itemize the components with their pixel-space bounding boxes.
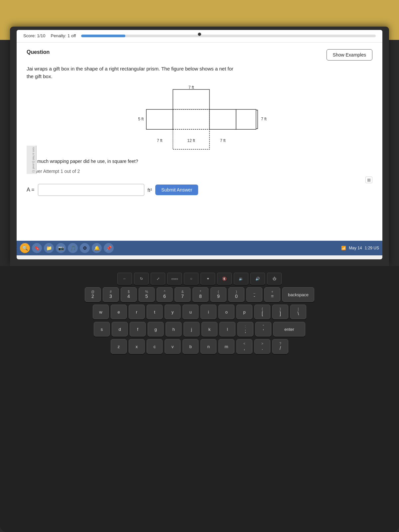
taskbar-icon-2[interactable]: 📁 <box>44 243 54 253</box>
key-w[interactable]: w <box>93 305 109 319</box>
show-examples-button[interactable]: Show Examples <box>327 49 372 61</box>
taskbar-date: May 14 <box>349 246 362 250</box>
asdf-row: s d f g h j k l :; "' enter <box>13 322 386 336</box>
key-9[interactable]: (9 <box>210 287 226 302</box>
taskbar-app-icon[interactable]: 🔍 <box>20 243 30 253</box>
webcam <box>198 33 201 36</box>
key-l[interactable]: l <box>219 322 235 336</box>
key-brightness-up[interactable]: ✦ <box>200 273 215 285</box>
taskbar-icon-5[interactable]: ⚙ <box>80 243 90 253</box>
key-u[interactable]: u <box>183 305 199 319</box>
main-content: rom a Net (Level 1) Question Show Exampl… <box>17 43 382 255</box>
svg-text:7 ft: 7 ft <box>220 138 226 143</box>
key-mute[interactable]: 🔇 <box>217 273 232 285</box>
taskbar-icon-7[interactable]: 📌 <box>104 243 114 253</box>
svg-rect-3 <box>209 109 236 129</box>
score-label: Score: 1/10 <box>23 33 46 38</box>
keyboard-section: ← ↻ ⤢ ▭▭ ○ ✦ 🔇 🔉 🔊 ⏻ @2 #3 $4 %5 ^6 &7 *… <box>0 266 399 532</box>
qwerty-row: w e r t y u i o p {[ }] |\ <box>13 305 386 319</box>
key-comma[interactable]: <, <box>236 339 252 354</box>
taskbar-icon-1[interactable]: 🔖 <box>32 243 42 253</box>
key-h[interactable]: h <box>166 322 182 336</box>
key-y[interactable]: y <box>165 305 181 319</box>
key-bracket-open[interactable]: {[ <box>254 305 270 319</box>
net-diagram: 7 ft 5 ft 7 ft 12 ft 7 ft 7 ft <box>27 86 372 153</box>
key-equals[interactable]: += <box>264 287 280 302</box>
number-key-row: @2 #3 $4 %5 ^6 &7 *8 (9 )0 _- += backspa… <box>13 287 386 302</box>
key-6[interactable]: ^6 <box>157 287 173 302</box>
key-fullscreen[interactable]: ⤢ <box>151 273 165 285</box>
key-period[interactable]: >. <box>254 339 270 354</box>
zxcv-row: z x c v b n m <, >. ?/ <box>13 339 386 354</box>
key-m[interactable]: m <box>218 339 234 354</box>
answer-section: Answer Attempt 1 out of 2 ▦ A = ft² Subm… <box>27 169 372 196</box>
question-label: Question <box>27 49 50 55</box>
key-2[interactable]: @2 <box>85 287 101 302</box>
calculator-icon[interactable]: ▦ <box>365 177 372 183</box>
question-line2: the gift box. <box>27 73 53 79</box>
key-8[interactable]: *8 <box>193 287 208 302</box>
key-n[interactable]: n <box>200 339 216 354</box>
key-back[interactable]: ← <box>117 273 132 285</box>
key-j[interactable]: j <box>184 322 200 336</box>
key-quote[interactable]: "' <box>255 322 271 336</box>
key-7[interactable]: &7 <box>175 287 191 302</box>
key-o[interactable]: o <box>218 305 234 319</box>
key-backslash[interactable]: |\ <box>290 305 306 319</box>
key-slash[interactable]: ?/ <box>272 339 288 354</box>
taskbar-icon-3[interactable]: 📷 <box>56 243 66 253</box>
key-s[interactable]: s <box>94 322 110 336</box>
key-r[interactable]: r <box>129 305 145 319</box>
key-enter[interactable]: enter <box>273 322 305 336</box>
sub-question: How much wrapping paper did he use, in s… <box>27 159 372 164</box>
question-text: Jai wraps a gift box in the shape of a r… <box>27 65 372 80</box>
keyboard-area: ← ↻ ⤢ ▭▭ ○ ✦ 🔇 🔉 🔊 ⏻ @2 #3 $4 %5 ^6 &7 *… <box>0 266 399 363</box>
key-brightness-down[interactable]: ○ <box>184 273 199 285</box>
svg-text:7 ft: 7 ft <box>189 85 194 90</box>
key-semicolon[interactable]: :; <box>237 322 253 336</box>
taskbar-icon-6[interactable]: 🔔 <box>92 243 102 253</box>
answer-row: A = ft² Submit Answer <box>27 184 372 196</box>
key-vol-down[interactable]: 🔉 <box>234 273 248 285</box>
key-5[interactable]: %5 <box>139 287 155 302</box>
svg-rect-4 <box>236 109 256 129</box>
key-minus[interactable]: _- <box>246 287 262 302</box>
answer-input[interactable] <box>38 184 144 196</box>
key-4[interactable]: $4 <box>121 287 137 302</box>
screen-bezel: Score: 1/10 Penalty: 1 off rom a Net (Le… <box>17 30 382 259</box>
key-windows[interactable]: ▭▭ <box>167 273 182 285</box>
key-refresh[interactable]: ↻ <box>134 273 149 285</box>
key-power[interactable]: ⏻ <box>267 273 282 285</box>
key-v[interactable]: v <box>165 339 181 354</box>
key-vol-up[interactable]: 🔊 <box>250 273 265 285</box>
key-bracket-close[interactable]: }] <box>272 305 288 319</box>
score-bar-container: Score: 1/10 Penalty: 1 off <box>17 30 382 43</box>
key-c[interactable]: c <box>147 339 163 354</box>
svg-text:12 ft: 12 ft <box>187 138 195 143</box>
svg-text:7 ft: 7 ft <box>261 117 267 121</box>
key-d[interactable]: d <box>112 322 128 336</box>
key-t[interactable]: t <box>147 305 163 319</box>
taskbar-icon-4[interactable]: 🎵 <box>68 243 78 253</box>
svg-rect-1 <box>173 109 209 129</box>
key-p[interactable]: p <box>236 305 252 319</box>
fn-key-row: ← ↻ ⤢ ▭▭ ○ ✦ 🔇 🔉 🔊 ⏻ <box>13 273 386 285</box>
key-3[interactable]: #3 <box>103 287 119 302</box>
key-z[interactable]: z <box>111 339 127 354</box>
progress-fill <box>81 35 125 37</box>
penalty-label: Penalty: 1 off <box>51 33 76 38</box>
key-backspace[interactable]: backspace <box>282 287 314 302</box>
screen-content: Score: 1/10 Penalty: 1 off rom a Net (Le… <box>17 30 382 259</box>
key-g[interactable]: g <box>148 322 164 336</box>
key-k[interactable]: k <box>201 322 217 336</box>
key-b[interactable]: b <box>183 339 199 354</box>
key-0[interactable]: )0 <box>228 287 244 302</box>
key-f[interactable]: f <box>130 322 146 336</box>
laptop-lid: Score: 1/10 Penalty: 1 off rom a Net (Le… <box>10 27 389 266</box>
submit-answer-button[interactable]: Submit Answer <box>155 185 198 195</box>
key-x[interactable]: x <box>129 339 145 354</box>
key-e[interactable]: e <box>111 305 127 319</box>
progress-bar <box>81 35 376 37</box>
key-i[interactable]: i <box>200 305 216 319</box>
unit-label: ft² <box>148 187 152 193</box>
